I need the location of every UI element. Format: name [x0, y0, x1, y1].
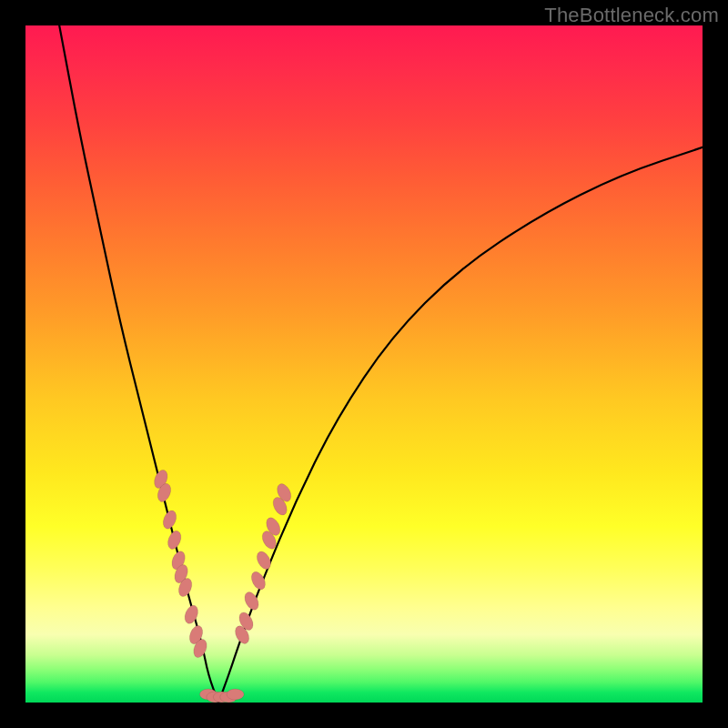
- curve-left-branch: [59, 25, 218, 703]
- marker-bottom-ellipse-4: [227, 689, 244, 700]
- curve-right-branch: [218, 147, 703, 703]
- watermark-text: TheBottleneck.com: [544, 4, 719, 27]
- marker-left-ellipse-2: [161, 509, 179, 531]
- plot-frame: [25, 25, 703, 703]
- marker-left-ellipse-7: [182, 603, 200, 625]
- curve-group: [59, 25, 703, 703]
- marker-group: [152, 468, 294, 703]
- chart-svg: [25, 25, 703, 703]
- marker-left-ellipse-3: [166, 529, 184, 551]
- marker-left-7: [182, 603, 200, 625]
- marker-left-2: [161, 509, 179, 531]
- marker-left-3: [166, 529, 184, 551]
